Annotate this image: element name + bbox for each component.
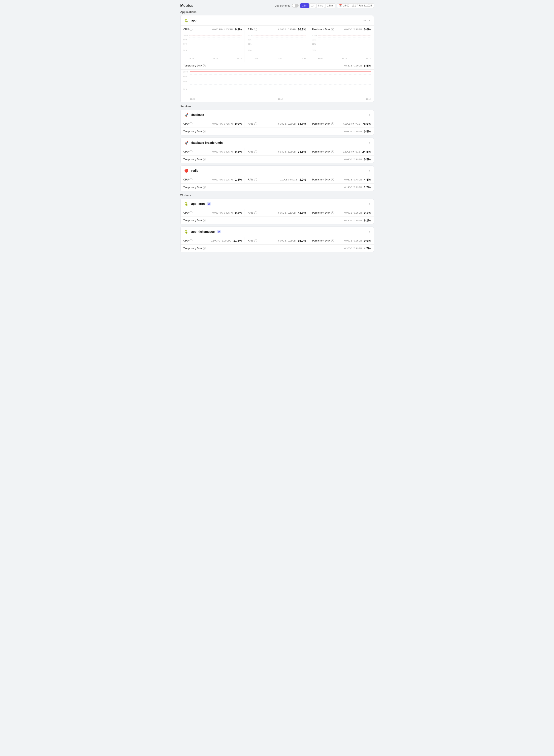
database-td-label: Temporary Disk	[183, 130, 202, 133]
date-range-text: 15:02 - 15:17 Feb 3, 2025	[343, 4, 372, 7]
database-ram-label: RAM	[248, 122, 253, 125]
db-bc-header-right: ⋯ ∨	[361, 140, 371, 145]
database-header-left: 🚀 database	[183, 112, 204, 118]
redis-cpu-info[interactable]: i	[189, 178, 192, 181]
database-ram-cell: RAM i 0.38GB / 2.56GB 14.8%	[245, 120, 309, 128]
db-bc-cpu-info[interactable]: i	[189, 150, 192, 153]
app-dots-menu[interactable]: ⋯	[361, 18, 367, 23]
time-btn-1h[interactable]: 1h	[310, 3, 316, 8]
cpu-svg-wrap	[189, 35, 242, 55]
db-bc-pd-percent: 24.5%	[363, 150, 371, 153]
time-btn-8hrs[interactable]: 8hrs	[316, 3, 325, 8]
app-td-info[interactable]: i	[203, 64, 206, 67]
db-bc-td-info[interactable]: i	[203, 158, 206, 161]
app-pd-percent: 0.0%	[364, 28, 371, 31]
redis-metrics-row: CPU i 0.00CPU / 0.10CPU 1.8% RAM i 0.02G…	[180, 176, 374, 183]
app-ticketqueue-dots-menu[interactable]: ⋯	[361, 230, 367, 234]
app-cron-cpu-cell: CPU i 0.00CPU / 0.40CPU 0.2%	[180, 209, 245, 216]
app-tq-ram-cell: RAM i 0.09GB / 0.25GB 35.0%	[245, 237, 309, 244]
app-pd-chart: 100% 90% 80% 50%	[312, 35, 371, 60]
app-cron-ram-info[interactable]: i	[254, 211, 257, 214]
app-td-chart-container: 100% 90% 80% 50%	[180, 69, 374, 102]
app-td-values: 0.52GB / 7.99GB	[344, 64, 362, 67]
database-cpu-label: CPU	[183, 122, 189, 125]
app-cron-ram-values: 0.05GB / 0.13GB	[278, 211, 296, 214]
app-cron-pd-info[interactable]: i	[331, 211, 334, 214]
app-cron-cpu-info[interactable]: i	[189, 211, 192, 214]
app-cron-badge: W	[207, 202, 211, 205]
app-ram-label: RAM	[248, 28, 253, 31]
app-tq-td-label: Temporary Disk	[183, 247, 202, 250]
database-pd-info[interactable]: i	[331, 122, 334, 125]
database-td-row: Temporary Disk i 0.04GB / 7.99GB 0.5%	[180, 128, 374, 135]
redis-chevron[interactable]: ∨	[369, 169, 371, 172]
database-pd-percent: 78.6%	[363, 122, 371, 125]
app-tq-cpu-info[interactable]: i	[189, 239, 192, 242]
redis-cpu-label: CPU	[183, 178, 189, 181]
database-dots-menu[interactable]: ⋯	[361, 113, 367, 117]
app-chevron[interactable]: ∧	[369, 19, 371, 22]
main-page: Metrics Deployments 15m 1h 8hrs 24hrs 📅 …	[177, 0, 377, 258]
app-tq-td-percent: 4.7%	[364, 247, 371, 250]
pd-chart-svg	[318, 35, 371, 55]
time-btn-24hrs[interactable]: 24hrs	[325, 3, 335, 8]
time-btn-15m[interactable]: 15m	[300, 3, 309, 8]
redis-ram-percent: 3.2%	[299, 178, 306, 181]
app-pd-info[interactable]: i	[331, 28, 334, 31]
db-bc-chevron[interactable]: ∨	[369, 141, 371, 144]
app-tq-td-info[interactable]: i	[203, 247, 206, 250]
app-icon: 🐍	[183, 17, 189, 23]
redis-dots-menu[interactable]: ⋯	[361, 168, 367, 173]
database-card: 🚀 database ⋯ ∨ CPU i 0.00CPU / 0.75CPU 0…	[180, 110, 374, 135]
database-cpu-info[interactable]: i	[189, 122, 192, 125]
db-bc-ram-cell: RAM i 0.93GB / 1.25GB 74.5%	[245, 148, 309, 155]
db-bc-pd-info[interactable]: i	[331, 150, 334, 153]
app-td-chart: 100% 90% 80% 50%	[183, 71, 371, 100]
app-card: 🐍 app ⋯ ∧ CPU i 0.00CPU / 1.20CPU 0.2% R…	[180, 15, 374, 102]
redis-td-values: 0.14GB / 7.99GB	[344, 186, 362, 189]
app-tq-ram-values: 0.09GB / 0.25GB	[278, 239, 296, 242]
app-tq-ram-label: RAM	[248, 239, 253, 242]
db-bc-dots-menu[interactable]: ⋯	[361, 140, 367, 145]
app-metrics-top: CPU i 0.00CPU / 1.20CPU 0.2% RAM i 0.08G…	[180, 25, 374, 33]
td-x-labels: 15:05 15:10 15:15	[190, 98, 371, 100]
date-range-picker[interactable]: 📅 15:02 - 15:17 Feb 3, 2025	[337, 3, 374, 8]
database-td-info[interactable]: i	[203, 130, 206, 133]
db-bc-ram-info[interactable]: i	[254, 150, 257, 153]
redis-td-row: Temporary Disk i 0.14GB / 7.99GB 1.7%	[180, 183, 374, 191]
app-tq-pd-values: 0.00GB / 0.95GB	[344, 239, 362, 242]
app-cron-td-info[interactable]: i	[203, 219, 206, 222]
redis-ram-info[interactable]: i	[254, 178, 257, 181]
database-ram-percent: 14.8%	[298, 122, 306, 125]
app-cron-td-values: 0.49GB / 7.99GB	[344, 219, 362, 222]
db-bc-ram-percent: 74.5%	[298, 150, 306, 153]
app-cpu-chart-area: 100% 90% 80% 50%	[180, 33, 245, 62]
database-chevron[interactable]: ∨	[369, 113, 371, 116]
db-bc-metrics-row: CPU i 0.00CPU / 0.40CPU 0.3% RAM i 0.93G…	[180, 148, 374, 155]
workers-section-label: Workers	[180, 194, 374, 197]
app-ram-info[interactable]: i	[254, 28, 257, 31]
redis-header-left: 🔴 redis	[183, 168, 198, 174]
app-tq-td-values: 0.37GB / 7.99GB	[344, 247, 362, 250]
app-cpu-info[interactable]: i	[189, 28, 192, 31]
app-ticketqueue-metrics-row: CPU i 0.14CPU / 1.20CPU 11.8% RAM i 0.09…	[180, 237, 374, 244]
deployments-toggle[interactable]	[292, 4, 298, 7]
app-ram-values: 0.08GB / 0.25GB	[278, 28, 296, 30]
app-tq-ram-info[interactable]: i	[254, 239, 257, 242]
database-pd-values: 7.68GB / 9.77GB	[343, 123, 360, 125]
app-ticketqueue-header-left: 🐍 app--ticketqueue W	[183, 229, 221, 235]
redis-pd-info[interactable]: i	[331, 178, 334, 181]
database-cpu-percent: 0.0%	[235, 122, 242, 125]
app-tq-pd-info[interactable]: i	[331, 239, 334, 242]
app-cron-dots-menu[interactable]: ⋯	[361, 201, 367, 206]
app-ticketqueue-chevron[interactable]: ∨	[369, 230, 371, 233]
app-td-label: Temporary Disk	[183, 64, 202, 67]
time-buttons: 15m 1h 8hrs 24hrs	[300, 3, 335, 8]
redis-ram-values: 0.02GB / 0.50GB	[280, 178, 297, 181]
redis-cpu-cell: CPU i 0.00CPU / 0.10CPU 1.8%	[180, 176, 245, 183]
redis-td-info[interactable]: i	[203, 186, 206, 189]
app-cron-chevron[interactable]: ∨	[369, 202, 371, 205]
app-ram-chart: 100% 90% 80% 50%	[248, 35, 306, 60]
td-chart-svg	[190, 71, 371, 96]
database-ram-info[interactable]: i	[254, 122, 257, 125]
